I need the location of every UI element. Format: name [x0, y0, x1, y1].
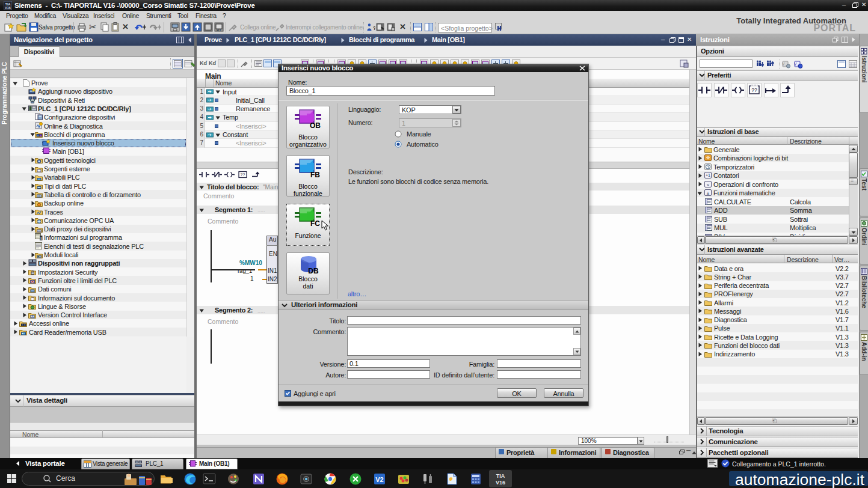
svg-text:DB: DB: [308, 267, 319, 275]
svg-text:??: ??: [751, 87, 757, 93]
svg-text:<: <: [707, 182, 710, 188]
svg-text:?: ?: [373, 25, 375, 31]
svg-text:V2: V2: [375, 476, 383, 483]
svg-text:RT: RT: [217, 28, 221, 32]
svg-text:FB: FB: [310, 171, 320, 178]
svg-text:+1: +1: [706, 173, 710, 177]
svg-text:??: ??: [241, 172, 245, 177]
svg-text:FC: FC: [310, 219, 320, 227]
svg-text:OB: OB: [310, 121, 321, 129]
svg-text:i: i: [40, 236, 42, 240]
svg-text:V16: V16: [5, 6, 11, 10]
svg-text:V16: V16: [496, 480, 505, 486]
svg-text:TIA: TIA: [496, 473, 505, 479]
svg-text:±: ±: [707, 191, 710, 196]
